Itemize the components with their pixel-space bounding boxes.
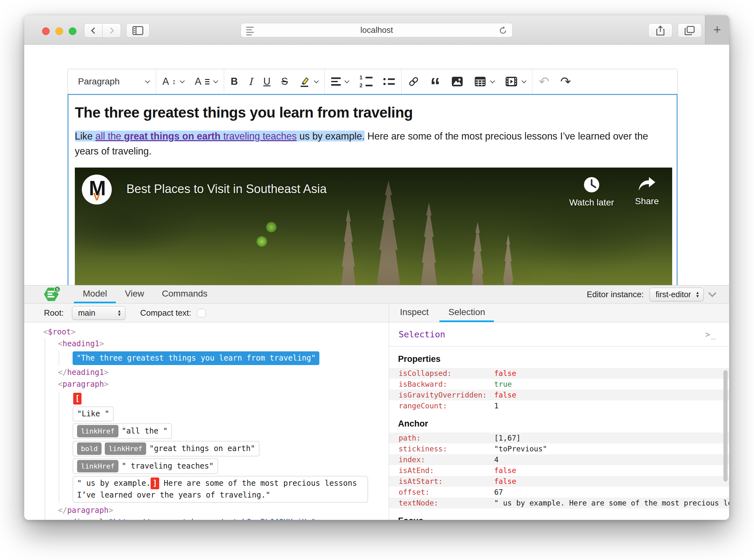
sidebar-toggle-button[interactable] [126,23,150,38]
tab-overview-button[interactable] [677,23,702,38]
tree-node-paragraph-open[interactable]: <paragraph> [58,378,389,390]
share-icon [656,25,665,36]
share-arrow-icon [638,177,656,192]
compact-text-checkbox[interactable] [197,309,206,317]
insert-image-button[interactable] [447,72,468,91]
bulleted-list-button[interactable] [379,72,399,91]
bold-button[interactable]: B [226,72,242,91]
root-select[interactable]: main ▲▼ [72,306,125,320]
zoom-window-button[interactable] [69,27,77,35]
property-row: rangeCount:1 [389,400,729,411]
chevron-down-icon [213,78,219,83]
compact-text-label: Compact text: [140,308,191,318]
property-row: isAtStart:false [389,476,729,487]
minimize-window-button[interactable] [55,27,63,35]
tab-commands[interactable]: Commands [153,285,216,303]
font-family-lines-icon [205,79,209,84]
tab-model[interactable]: Model [74,285,116,303]
chevron-down-icon [490,78,495,83]
address-bar[interactable]: localhost [241,23,513,37]
undo-button[interactable]: ↶ [534,72,554,91]
share-button[interactable] [648,23,672,38]
tree-node-heading1-open[interactable]: <heading1> [58,338,389,350]
tree-node-root-open[interactable]: <$root> [43,326,389,338]
inspector-subheader: Root: main ▲▼ Compact text: Inspect Sele… [24,304,729,322]
tree-text-node-selected[interactable]: "The three greatest things you learn fro… [73,351,319,365]
insert-media-dropdown[interactable] [501,72,530,91]
font-size-dropdown[interactable]: A↕ [158,72,188,91]
link-button[interactable] [403,72,424,91]
nav-buttons [84,23,121,38]
sidebar-icon [133,26,143,35]
italic-button[interactable]: I [244,72,257,91]
font-family-dropdown[interactable]: A [190,72,222,91]
ckeditor-version-badge: 5 [54,286,61,293]
link-text[interactable]: all the [95,131,124,141]
back-button[interactable] [84,23,103,38]
tree-text-node[interactable]: boldlinkHref"great things on earth" [73,441,260,457]
editor-instance-label: Editor instance: [587,289,644,299]
root-label: Root: [44,308,64,318]
selected-text-segment: Like [75,131,95,141]
video-title[interactable]: Best Places to Visit in Southeast Asia [126,182,327,196]
attribute-badge-linkhref: linkHref [77,425,119,437]
editor-toolbar: Paragraph A↕ A B I U S [67,69,677,94]
collapse-inspector-chevron-icon[interactable] [708,289,716,297]
clock-icon [583,177,600,193]
share-video-button[interactable]: Share [635,177,659,208]
numbered-list-button[interactable]: 1 2 [355,72,377,91]
attribute-badge-linkhref: linkHref [77,460,119,473]
section-title-properties: Properties [398,354,729,364]
reader-view-icon[interactable] [246,27,255,35]
channel-avatar[interactable]: M V [82,175,112,204]
attribute-badge-linkhref: linkHref [105,442,146,455]
watch-later-button[interactable]: Watch later [569,177,614,208]
tree-text-node[interactable]: linkHref"all the " [73,423,172,439]
updown-arrow-icon: ↕ [172,77,176,86]
refresh-button[interactable] [498,26,508,35]
plus-icon: + [714,23,721,36]
tree-node-heading1-close[interactable]: </heading1> [58,367,389,378]
chevron-down-icon [345,78,350,83]
block-quote-button[interactable]: “ [426,76,445,95]
highlight-dropdown[interactable] [294,72,323,91]
link-text[interactable]: traveling teaches [221,131,297,141]
tree-text-node[interactable]: linkHref" traveling teaches" [73,458,218,474]
toolbar-separator [532,69,532,94]
tab-inspect[interactable]: Inspect [391,304,437,322]
chevron-down-icon [314,78,319,83]
selection-detail-pane: Selection >_ Properties isCollapsed:fals… [389,322,729,520]
property-row: isCollapsed:false [389,368,729,379]
property-row: offset:67 [389,487,729,498]
log-to-console-icon[interactable]: >_ [705,330,716,339]
model-tree: <$root> <heading1> "The three greatest t… [24,322,389,520]
tree-node-paragraph-close[interactable]: </paragraph> [58,504,389,516]
link-bold-text[interactable]: great things on earth [124,131,220,141]
insert-table-dropdown[interactable] [470,72,498,91]
underline-button[interactable]: U [259,72,275,91]
chevron-down-icon [522,78,527,83]
ckeditor-logo: 5 [44,287,60,302]
refresh-icon [498,26,508,35]
tab-selection[interactable]: Selection [440,304,494,322]
new-tab-button[interactable]: + [705,15,729,44]
model-pane-controls: Root: main ▲▼ Compact text: [24,304,389,322]
redo-button[interactable]: ↷ [556,72,576,91]
document-paragraph: Like all the great things on earth trave… [75,129,670,159]
chevron-down-icon [180,78,185,83]
alignment-dropdown[interactable] [327,72,353,91]
tab-view[interactable]: View [116,285,153,303]
tree-text-node[interactable]: "Like " [73,406,114,421]
tree-node-media-open[interactable]: <media url="https://www.youtube.com/watc… [58,516,389,520]
property-row: isGravityOverridden:false [389,389,729,400]
close-window-button[interactable] [42,27,50,35]
strikethrough-button[interactable]: S [277,72,292,91]
tree-text-node[interactable]: " us by example.] Here are some of the m… [73,476,368,503]
forward-button[interactable] [103,23,121,38]
editor-instance-select[interactable]: first-editor ▲▼ [650,288,704,301]
paragraph-style-label: Paragraph [78,77,120,87]
detail-pane-scrollbar[interactable] [724,370,728,482]
bulleted-list-icon [383,78,395,85]
paragraph-style-dropdown[interactable]: Paragraph [74,72,154,91]
property-row: index:4 [389,454,729,465]
